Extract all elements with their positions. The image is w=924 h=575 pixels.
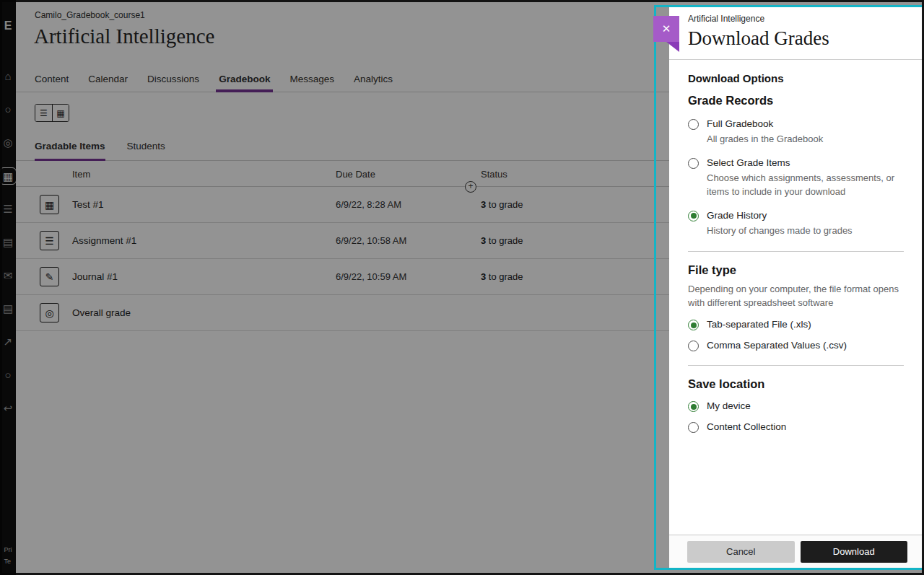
- close-panel-button[interactable]: ✕: [653, 16, 679, 42]
- option-label: Tab-separated File (.xls): [707, 319, 811, 330]
- file-type-heading: File type: [688, 263, 904, 277]
- panel-footer: Cancel Download: [669, 535, 923, 568]
- option-description: History of changes made to grades: [707, 224, 912, 238]
- radio-tab-separated[interactable]: [688, 320, 699, 330]
- option-description: All grades in the Gradebook: [707, 133, 912, 146]
- radio-select-grade-items[interactable]: [688, 158, 699, 169]
- option-tab-separated[interactable]: Tab-separated File (.xls): [688, 319, 904, 330]
- radio-my-device[interactable]: [688, 401, 699, 412]
- option-full-gradebook[interactable]: Full Gradebook All grades in the Gradebo…: [688, 118, 904, 146]
- download-options-heading: Download Options: [688, 72, 904, 84]
- download-grades-panel: Artificial Intelligence Download Grades …: [669, 7, 923, 568]
- save-location-heading: Save location: [688, 377, 904, 391]
- app-screen: E ⌂ ○ ◎ ▦ ☰ ▤ ✉ ▤ ↗ ○ ↩ Pri Te Camilo_Gr…: [0, 0, 924, 575]
- cancel-button[interactable]: Cancel: [687, 541, 795, 563]
- radio-full-gradebook[interactable]: [688, 119, 699, 130]
- section-divider: [688, 365, 904, 366]
- option-label: Comma Separated Values (.csv): [707, 340, 847, 351]
- file-type-description: Depending on your computer, the file for…: [688, 283, 905, 310]
- panel-header: Artificial Intelligence Download Grades: [669, 7, 923, 60]
- download-button[interactable]: Download: [801, 541, 908, 563]
- option-content-collection[interactable]: Content Collection: [688, 421, 904, 433]
- close-icon: ✕: [662, 22, 671, 35]
- option-label: My device: [707, 400, 751, 412]
- radio-grade-history[interactable]: [688, 211, 699, 221]
- close-button-fold: [666, 42, 679, 52]
- radio-content-collection[interactable]: [688, 422, 699, 433]
- section-divider: [688, 251, 904, 252]
- option-grade-history[interactable]: Grade History History of changes made to…: [688, 210, 904, 238]
- option-my-device[interactable]: My device: [688, 400, 904, 412]
- option-label: Select Grade Items: [707, 157, 912, 168]
- panel-course-context: Artificial Intelligence: [688, 14, 904, 24]
- panel-title: Download Grades: [688, 27, 904, 50]
- option-description: Choose which assignments, assessments, o…: [707, 172, 912, 199]
- option-label: Full Gradebook: [707, 118, 912, 129]
- grade-records-heading: Grade Records: [688, 94, 904, 107]
- option-label: Content Collection: [707, 421, 786, 433]
- panel-body: Download Options Grade Records Full Grad…: [669, 60, 923, 535]
- radio-comma-separated[interactable]: [688, 341, 699, 351]
- option-select-grade-items[interactable]: Select Grade Items Choose which assignme…: [688, 157, 904, 199]
- option-comma-separated[interactable]: Comma Separated Values (.csv): [688, 340, 904, 351]
- option-label: Grade History: [707, 210, 912, 221]
